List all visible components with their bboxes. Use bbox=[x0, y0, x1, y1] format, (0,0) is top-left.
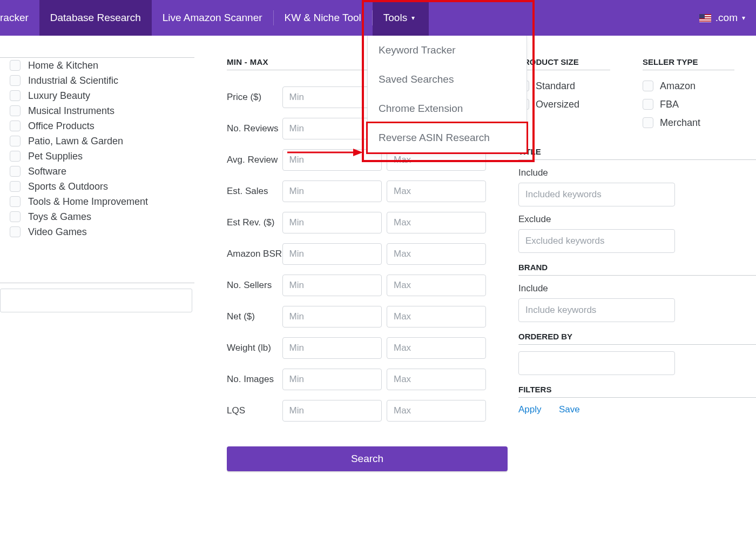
minmax-row: LQS bbox=[227, 399, 486, 423]
seller-type-option[interactable]: Amazon bbox=[643, 77, 734, 95]
dropdown-item-reverse-asin-research[interactable]: Reverse ASIN Research bbox=[366, 122, 528, 154]
checkbox-icon[interactable] bbox=[10, 226, 21, 237]
max-input[interactable] bbox=[387, 212, 486, 233]
seller-type-option[interactable]: FBA bbox=[643, 95, 734, 113]
dropdown-item-chrome-extension[interactable]: Chrome Extension bbox=[368, 94, 526, 123]
min-input[interactable] bbox=[282, 212, 382, 233]
minmax-label: No. Reviews bbox=[227, 123, 282, 134]
max-input[interactable] bbox=[387, 275, 486, 296]
category-row[interactable]: Home & Kitchen bbox=[10, 58, 184, 73]
min-input[interactable] bbox=[282, 181, 382, 202]
category-row[interactable]: Office Products bbox=[10, 118, 184, 133]
nav-item-tracker[interactable]: racker bbox=[0, 0, 39, 36]
checkbox-icon[interactable] bbox=[10, 196, 21, 207]
checkbox-icon[interactable] bbox=[10, 181, 21, 192]
category-row[interactable]: Pet Supplies bbox=[10, 149, 184, 164]
ordered-by-select[interactable] bbox=[518, 351, 675, 375]
category-label: Software bbox=[28, 166, 66, 177]
category-label: Sports & Outdoors bbox=[28, 181, 108, 192]
minmax-row: Amazon BSR bbox=[227, 242, 486, 266]
category-label: Office Products bbox=[28, 121, 94, 132]
checkbox-icon[interactable] bbox=[10, 90, 21, 101]
option-label: Oversized bbox=[536, 99, 579, 110]
max-input[interactable] bbox=[387, 400, 486, 422]
min-input[interactable] bbox=[282, 306, 382, 328]
minmax-label: LQS bbox=[227, 405, 282, 416]
min-input[interactable] bbox=[282, 243, 382, 265]
top-nav: racker Database Research Live Amazon Sca… bbox=[0, 0, 756, 36]
tools-dropdown: Keyword Tracker Saved Searches Chrome Ex… bbox=[367, 36, 527, 153]
category-search-input[interactable] bbox=[0, 289, 192, 312]
category-row[interactable]: Sports & Outdoors bbox=[10, 179, 184, 194]
category-row[interactable]: Video Games bbox=[10, 224, 184, 239]
brand-include-input[interactable] bbox=[518, 298, 675, 322]
nav-item-database-research[interactable]: Database Research bbox=[39, 0, 152, 36]
seller-type-option[interactable]: Merchant bbox=[643, 113, 734, 132]
checkbox-icon[interactable] bbox=[10, 166, 21, 177]
min-input[interactable] bbox=[282, 369, 382, 390]
minmax-label: Weight (lb) bbox=[227, 343, 282, 353]
checkbox-icon[interactable] bbox=[10, 121, 21, 131]
checkbox-icon[interactable] bbox=[643, 81, 653, 91]
locale-switcher[interactable]: .com ▾ bbox=[688, 0, 756, 36]
title-include-input[interactable] bbox=[518, 183, 675, 206]
minmax-label: Est. Sales bbox=[227, 186, 282, 197]
minmax-label: Est Rev. ($) bbox=[227, 217, 282, 228]
minmax-row: Est. Sales bbox=[227, 179, 486, 203]
checkbox-icon[interactable] bbox=[10, 60, 21, 71]
max-input[interactable] bbox=[387, 243, 486, 265]
option-label: Amazon bbox=[660, 81, 696, 92]
max-input[interactable] bbox=[387, 337, 486, 359]
category-label: Toys & Games bbox=[28, 211, 91, 223]
category-row[interactable]: Patio, Lawn & Garden bbox=[10, 133, 184, 149]
category-row[interactable]: Toys & Games bbox=[10, 209, 184, 224]
filters-apply-link[interactable]: Apply bbox=[518, 404, 542, 415]
dropdown-item-keyword-tracker[interactable]: Keyword Tracker bbox=[368, 36, 526, 65]
category-label: Home & Kitchen bbox=[28, 60, 98, 71]
max-input[interactable] bbox=[387, 306, 486, 328]
product-size-option[interactable]: Standard bbox=[518, 77, 610, 95]
checkbox-icon[interactable] bbox=[10, 105, 21, 116]
category-label: Tools & Home Improvement bbox=[28, 196, 148, 208]
min-input[interactable] bbox=[282, 400, 382, 422]
nav-label: KW & Niche Tool bbox=[285, 12, 361, 24]
category-row[interactable]: Software bbox=[10, 164, 184, 179]
max-input[interactable] bbox=[387, 369, 486, 390]
category-row[interactable]: Musical Instruments bbox=[10, 103, 184, 118]
locale-domain: .com bbox=[716, 12, 738, 24]
checkbox-icon[interactable] bbox=[643, 99, 653, 110]
minmax-label: Net ($) bbox=[227, 311, 282, 322]
right-panel: PRODUCT SIZE StandardOversized SELLER TY… bbox=[497, 57, 756, 471]
category-label: Pet Supplies bbox=[28, 151, 83, 162]
min-input[interactable] bbox=[282, 275, 382, 296]
filters-save-link[interactable]: Save bbox=[559, 404, 580, 415]
checkbox-icon[interactable] bbox=[10, 211, 21, 222]
checkbox-icon[interactable] bbox=[10, 136, 21, 146]
seller-type-section: SELLER TYPE AmazonFBAMerchant bbox=[643, 57, 734, 132]
checkbox-icon[interactable] bbox=[10, 151, 21, 162]
product-size-section: PRODUCT SIZE StandardOversized bbox=[518, 57, 610, 132]
product-size-option[interactable]: Oversized bbox=[518, 95, 610, 113]
category-row[interactable]: Luxury Beauty bbox=[10, 88, 184, 103]
category-label: Luxury Beauty bbox=[28, 90, 90, 102]
minmax-row: No. Images bbox=[227, 367, 486, 391]
dropdown-item-saved-searches[interactable]: Saved Searches bbox=[368, 65, 526, 94]
nav-label: Tools bbox=[383, 12, 407, 24]
checkbox-icon[interactable] bbox=[10, 75, 21, 86]
category-label: Video Games bbox=[28, 226, 87, 238]
min-input[interactable] bbox=[282, 86, 382, 108]
search-button[interactable]: Search bbox=[227, 446, 508, 471]
checkbox-icon[interactable] bbox=[643, 117, 653, 128]
category-row[interactable]: Tools & Home Improvement bbox=[10, 194, 184, 209]
min-input[interactable] bbox=[282, 337, 382, 359]
nav-label: racker bbox=[0, 12, 29, 24]
minmax-row: Est Rev. ($) bbox=[227, 211, 486, 235]
nav-label: Database Research bbox=[50, 12, 141, 24]
max-input[interactable] bbox=[387, 181, 486, 202]
nav-item-kw-niche-tool[interactable]: KW & Niche Tool bbox=[274, 0, 372, 36]
option-label: Merchant bbox=[660, 117, 700, 129]
nav-item-live-amazon-scanner[interactable]: Live Amazon Scanner bbox=[152, 0, 273, 36]
category-row[interactable]: Industrial & Scientific bbox=[10, 73, 184, 88]
nav-item-tools[interactable]: Tools ▾ bbox=[373, 0, 429, 36]
title-exclude-input[interactable] bbox=[518, 229, 675, 253]
